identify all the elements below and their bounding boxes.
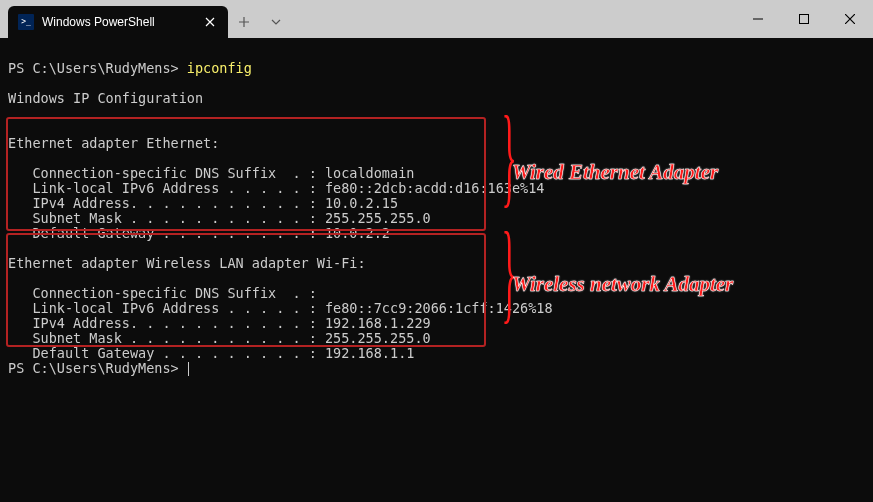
close-icon	[845, 14, 855, 24]
active-tab[interactable]: Windows PowerShell	[8, 6, 228, 38]
title-bar: Windows PowerShell	[0, 0, 873, 38]
adapter1-subnet: Subnet Mask . . . . . . . . . . . : 255.…	[8, 210, 431, 226]
chevron-down-icon	[270, 16, 282, 28]
adapter1-dns-suffix: Connection-specific DNS Suffix . : local…	[8, 165, 414, 181]
powershell-icon	[18, 14, 34, 30]
plus-icon	[238, 16, 250, 28]
adapter2-dns-suffix: Connection-specific DNS Suffix . :	[8, 285, 317, 301]
close-icon	[205, 17, 215, 27]
adapter2-ipv6: Link-local IPv6 Address . . . . . : fe80…	[8, 300, 553, 316]
close-tab-button[interactable]	[202, 14, 218, 30]
window-close-button[interactable]	[827, 0, 873, 38]
prompt-path-2: PS C:\Users\RudyMens>	[8, 360, 187, 376]
terminal-body[interactable]: PS C:\Users\RudyMens> ipconfig Windows I…	[0, 38, 873, 502]
adapter1-ipv6: Link-local IPv6 Address . . . . . : fe80…	[8, 180, 544, 196]
adapter2-gateway: Default Gateway . . . . . . . . . : 192.…	[8, 345, 414, 361]
cursor	[188, 362, 189, 376]
maximize-button[interactable]	[781, 0, 827, 38]
tab-dropdown-button[interactable]	[260, 6, 292, 38]
window-controls	[735, 0, 873, 38]
maximize-icon	[799, 14, 809, 24]
minimize-icon	[753, 14, 763, 24]
adapter2-title: Ethernet adapter Wireless LAN adapter Wi…	[8, 255, 366, 271]
prompt-command: ipconfig	[187, 60, 252, 76]
adapter1-ipv4: IPv4 Address. . . . . . . . . . . : 10.0…	[8, 195, 398, 211]
adapter1-gateway: Default Gateway . . . . . . . . . : 10.0…	[8, 225, 390, 241]
adapter1-title: Ethernet adapter Ethernet:	[8, 135, 219, 151]
tab-title: Windows PowerShell	[42, 15, 194, 29]
tab-strip: Windows PowerShell	[0, 0, 292, 38]
adapter2-ipv4: IPv4 Address. . . . . . . . . . . : 192.…	[8, 315, 431, 331]
new-tab-button[interactable]	[228, 6, 260, 38]
output-header: Windows IP Configuration	[8, 90, 203, 106]
minimize-button[interactable]	[735, 0, 781, 38]
adapter2-subnet: Subnet Mask . . . . . . . . . . . : 255.…	[8, 330, 431, 346]
svg-rect-0	[800, 15, 809, 24]
prompt-path: PS C:\Users\RudyMens>	[8, 60, 187, 76]
